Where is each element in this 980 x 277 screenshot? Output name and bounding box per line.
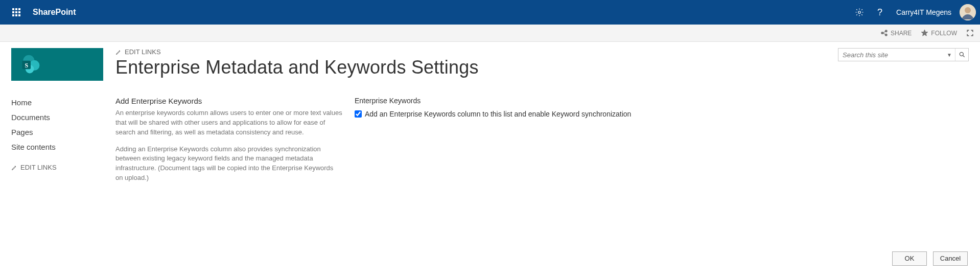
pencil-icon xyxy=(115,49,122,55)
search-input[interactable] xyxy=(838,51,944,59)
gear-icon xyxy=(855,8,864,17)
fullscreen-button[interactable] xyxy=(966,29,974,37)
settings-button[interactable] xyxy=(849,0,870,25)
svg-point-3 xyxy=(881,32,883,34)
svg-point-2 xyxy=(965,7,971,13)
share-icon xyxy=(880,29,888,37)
svg-point-4 xyxy=(885,30,887,32)
main-column: EDIT LINKS Enterprise Metadata and Keywo… xyxy=(113,48,969,266)
pencil-icon xyxy=(11,165,17,171)
share-button[interactable]: SHARE xyxy=(880,29,912,37)
fullscreen-icon xyxy=(966,29,974,37)
waffle-icon xyxy=(12,8,20,16)
search-scope-dropdown[interactable]: ▼ xyxy=(944,52,955,58)
ribbon-bar: SHARE FOLLOW xyxy=(0,25,980,42)
share-label: SHARE xyxy=(891,30,912,37)
follow-button[interactable]: FOLLOW xyxy=(921,29,957,37)
avatar-icon xyxy=(960,4,976,20)
enterprise-keywords-checkbox-row[interactable]: Add an Enterprise Keywords column to thi… xyxy=(355,110,969,118)
svg-point-0 xyxy=(858,11,861,14)
svg-point-6 xyxy=(960,52,963,56)
nav-site-contents[interactable]: Site contents xyxy=(11,140,113,154)
svg-text:S: S xyxy=(25,62,28,69)
nav-pages[interactable]: Pages xyxy=(11,125,113,140)
sharepoint-logo-icon: S xyxy=(19,53,42,76)
user-avatar[interactable] xyxy=(960,4,976,20)
quick-launch-nav: Home Documents Pages Site contents xyxy=(11,95,113,154)
enterprise-keywords-checkbox[interactable] xyxy=(355,110,362,118)
search-box: ▼ xyxy=(838,48,969,61)
group-label: Enterprise Keywords xyxy=(355,97,969,105)
left-column: S Home Documents Pages Site contents EDI… xyxy=(11,48,113,266)
section-description: Add Enterprise Keywords An enterprise ke… xyxy=(115,97,342,190)
user-name[interactable]: Carry4IT Megens xyxy=(890,8,958,16)
suite-bar: SharePoint ? Carry4IT Megens xyxy=(0,0,980,25)
section-controls: Enterprise Keywords Add an Enterprise Ke… xyxy=(355,97,969,190)
section-para-1: An enterprise keywords column allows use… xyxy=(115,108,342,137)
button-bar: OK Cancel xyxy=(115,251,969,266)
site-logo[interactable]: S xyxy=(11,48,103,81)
section-heading: Add Enterprise Keywords xyxy=(115,97,342,105)
left-edit-links-button[interactable]: EDIT LINKS xyxy=(11,164,113,171)
search-icon xyxy=(959,51,966,58)
top-edit-links-label: EDIT LINKS xyxy=(125,48,161,56)
star-icon xyxy=(921,29,928,37)
page-body: S Home Documents Pages Site contents EDI… xyxy=(0,42,980,277)
svg-point-5 xyxy=(885,34,887,36)
app-launcher-button[interactable] xyxy=(4,0,29,25)
search-go-button[interactable] xyxy=(955,49,968,61)
nav-documents[interactable]: Documents xyxy=(11,110,113,125)
nav-home[interactable]: Home xyxy=(11,95,113,110)
cancel-button[interactable]: Cancel xyxy=(933,251,968,266)
help-icon: ? xyxy=(877,7,882,18)
left-edit-links-label: EDIT LINKS xyxy=(20,164,57,171)
section-para-2: Adding an Enterprise Keywords column als… xyxy=(115,145,342,183)
settings-form: Add Enterprise Keywords An enterprise ke… xyxy=(115,97,969,190)
follow-label: FOLLOW xyxy=(931,30,957,37)
ok-button[interactable]: OK xyxy=(892,251,927,266)
help-button[interactable]: ? xyxy=(870,0,890,25)
product-name[interactable]: SharePoint xyxy=(33,8,76,17)
search-container: ▼ xyxy=(838,48,969,61)
checkbox-label: Add an Enterprise Keywords column to thi… xyxy=(365,110,631,118)
